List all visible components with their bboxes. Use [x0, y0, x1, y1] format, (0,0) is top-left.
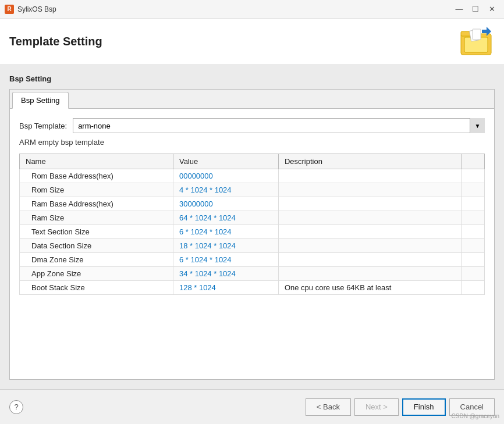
cell-value: 34 * 1024 * 1024 — [173, 267, 278, 281]
table-row: Text Section Size6 * 1024 * 1024 — [20, 225, 485, 239]
bsp-template-select[interactable]: arm-none — [73, 118, 485, 133]
cell-value: 00000000 — [173, 169, 278, 183]
cell-value: 30000000 — [173, 197, 278, 211]
cell-description — [278, 225, 461, 239]
col-value: Value — [173, 154, 278, 169]
finish-button[interactable]: Finish — [402, 398, 446, 416]
table-row: Dma Zone Size6 * 1024 * 1024 — [20, 253, 485, 267]
cell-name: Data Section Size — [20, 239, 173, 253]
close-button[interactable]: ✕ — [484, 3, 499, 16]
bsp-template-label: Bsp Template: — [19, 122, 67, 130]
cell-extra — [462, 239, 485, 253]
back-button[interactable]: < Back — [306, 398, 351, 416]
table-row: Ram Base Address(hex)30000000 — [20, 197, 485, 211]
tab-panel: Bsp Setting Bsp Template: arm-none ▼ ARM… — [9, 89, 495, 380]
title-bar-text: SylixOS Bsp — [17, 5, 452, 13]
col-extra — [462, 154, 485, 169]
svg-rect-4 — [473, 29, 481, 40]
header: Template Setting — [0, 19, 504, 65]
footer: ? < Back Next > Finish Cancel — [0, 389, 504, 424]
col-name: Name — [20, 154, 173, 169]
cell-name: Rom Size — [20, 183, 173, 197]
cell-name: Rom Base Address(hex) — [20, 169, 173, 183]
bsp-template-row: Bsp Template: arm-none ▼ — [19, 118, 485, 133]
app-icon: R — [5, 5, 14, 14]
cell-description: One cpu core use 64KB at least — [278, 281, 461, 295]
cell-extra — [462, 169, 485, 183]
cell-extra — [462, 225, 485, 239]
cell-extra — [462, 183, 485, 197]
section-title: Bsp Setting — [9, 74, 495, 83]
footer-left: ? — [9, 400, 23, 414]
title-bar: R SylixOS Bsp — ☐ ✕ — [0, 0, 504, 19]
maximize-button[interactable]: ☐ — [468, 3, 483, 16]
tab-content: Bsp Template: arm-none ▼ ARM empty bsp t… — [10, 109, 494, 379]
arm-description: ARM empty bsp template — [19, 138, 485, 147]
cell-description — [278, 253, 461, 267]
table-row: Rom Base Address(hex)00000000 — [20, 169, 485, 183]
cell-name: Text Section Size — [20, 225, 173, 239]
help-button[interactable]: ? — [9, 400, 23, 414]
table-row: Ram Size64 * 1024 * 1024 — [20, 211, 485, 225]
cell-value: 64 * 1024 * 1024 — [173, 211, 278, 225]
cell-extra — [462, 197, 485, 211]
cell-value: 18 * 1024 * 1024 — [173, 239, 278, 253]
cell-name: Ram Base Address(hex) — [20, 197, 173, 211]
bsp-table: Name Value Description Rom Base Address(… — [19, 154, 485, 295]
cell-name: Ram Size — [20, 211, 173, 225]
bsp-template-select-container: arm-none ▼ — [73, 118, 485, 133]
cell-description — [278, 183, 461, 197]
cell-name: Boot Stack Size — [20, 281, 173, 295]
cell-description — [278, 197, 461, 211]
page-title: Template Setting — [9, 35, 102, 48]
cell-value: 6 * 1024 * 1024 — [173, 253, 278, 267]
window-controls: — ☐ ✕ — [452, 3, 499, 16]
col-description: Description — [278, 154, 461, 169]
cell-description — [278, 239, 461, 253]
cell-description — [278, 169, 461, 183]
header-folder-icon — [460, 26, 495, 58]
cell-description — [278, 267, 461, 281]
table-row: App Zone Size34 * 1024 * 1024 — [20, 267, 485, 281]
cell-extra — [462, 253, 485, 267]
table-row: Rom Size4 * 1024 * 1024 — [20, 183, 485, 197]
cell-name: App Zone Size — [20, 267, 173, 281]
cell-description — [278, 211, 461, 225]
cell-value: 128 * 1024 — [173, 281, 278, 295]
cell-extra — [462, 211, 485, 225]
table-row: Boot Stack Size128 * 1024One cpu core us… — [20, 281, 485, 295]
watermark: CSDN @graceyun — [452, 413, 499, 419]
cell-extra — [462, 267, 485, 281]
tab-bsp-setting[interactable]: Bsp Setting — [12, 92, 69, 109]
next-button[interactable]: Next > — [354, 398, 399, 416]
main-content: Bsp Setting Bsp Setting Bsp Template: ar… — [0, 65, 504, 389]
cell-value: 6 * 1024 * 1024 — [173, 225, 278, 239]
cell-name: Dma Zone Size — [20, 253, 173, 267]
cell-value: 4 * 1024 * 1024 — [173, 183, 278, 197]
table-row: Data Section Size18 * 1024 * 1024 — [20, 239, 485, 253]
tab-header: Bsp Setting — [10, 90, 494, 109]
minimize-button[interactable]: — — [452, 3, 467, 16]
cell-extra — [462, 281, 485, 295]
